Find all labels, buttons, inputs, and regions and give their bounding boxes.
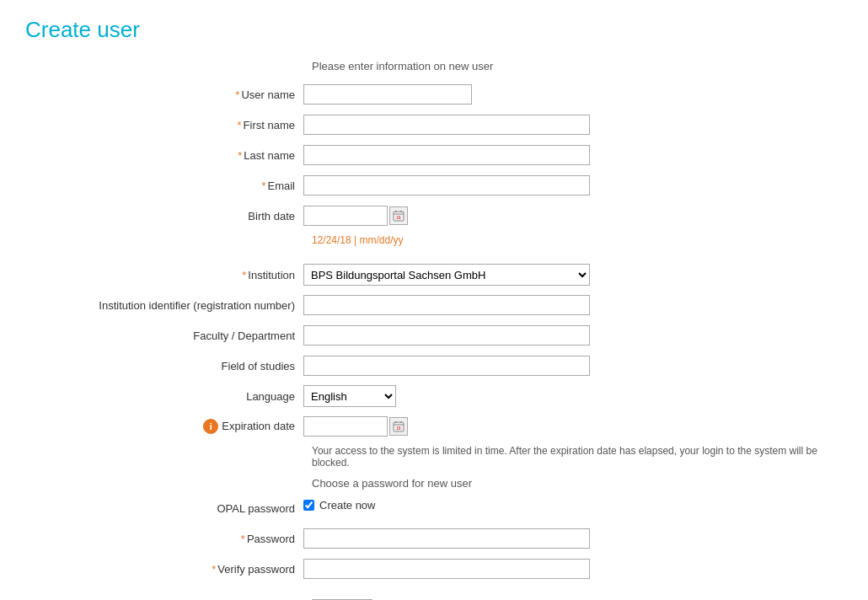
field-of-studies-input[interactable] bbox=[303, 356, 590, 376]
username-row: *User name bbox=[42, 83, 843, 106]
lastname-label: *Last name bbox=[42, 149, 303, 162]
password-label: *Password bbox=[42, 533, 303, 545]
calendar-icon: 16 bbox=[393, 210, 405, 222]
password-input[interactable] bbox=[303, 528, 590, 549]
required-star: * bbox=[241, 533, 245, 545]
language-label: Language bbox=[42, 390, 303, 403]
institution-select[interactable]: BPS Bildungsportal Sachsen GmbH bbox=[303, 264, 590, 286]
create-now-label: Create now bbox=[319, 499, 375, 512]
calendar-icon: 16 bbox=[393, 421, 405, 432]
field-of-studies-label: Field of studies bbox=[42, 360, 303, 372]
password-section-title: Choose a password for new user bbox=[312, 477, 843, 490]
create-user-form: Please enter information on new user *Us… bbox=[42, 60, 843, 600]
page-title: Create user bbox=[25, 17, 843, 43]
username-label: *User name bbox=[42, 88, 303, 101]
required-star: * bbox=[212, 563, 216, 576]
verify-password-row: *Verify password bbox=[42, 557, 843, 581]
birthdate-calendar-button[interactable]: 16 bbox=[389, 206, 408, 225]
language-row: Language EnglishGermanFrenchSpanish bbox=[42, 384, 843, 408]
language-select[interactable]: EnglishGermanFrenchSpanish bbox=[303, 385, 396, 407]
faculty-label: Faculty / Department bbox=[42, 329, 303, 342]
email-label: *Email bbox=[42, 179, 303, 192]
email-input[interactable] bbox=[303, 175, 590, 196]
required-star: * bbox=[261, 179, 265, 192]
faculty-input[interactable] bbox=[303, 325, 590, 346]
svg-text:16: 16 bbox=[396, 426, 401, 431]
date-hint: 12/24/18 | mm/dd/yy bbox=[312, 234, 843, 246]
create-now-checkbox[interactable] bbox=[303, 500, 314, 511]
birthdate-input[interactable] bbox=[303, 206, 388, 226]
firstname-label: *First name bbox=[42, 119, 303, 131]
expiration-calendar-button[interactable]: 16 bbox=[389, 417, 408, 436]
password-row: *Password bbox=[42, 527, 843, 550]
institution-id-row: Institution identifier (registration num… bbox=[42, 293, 843, 317]
username-input[interactable] bbox=[303, 84, 472, 104]
institution-id-label: Institution identifier (registration num… bbox=[42, 299, 303, 312]
verify-password-input[interactable] bbox=[303, 559, 590, 579]
expiration-date-label: iExpiration date bbox=[42, 419, 303, 434]
email-row: *Email bbox=[42, 174, 843, 197]
institution-row: *Institution BPS Bildungsportal Sachsen … bbox=[42, 263, 843, 287]
create-now-row: Create now bbox=[303, 499, 375, 512]
expiration-date-row: iExpiration date 16 bbox=[42, 415, 843, 438]
faculty-row: Faculty / Department bbox=[42, 324, 843, 347]
institution-id-input[interactable] bbox=[303, 295, 590, 315]
expiration-note: Your access to the system is limited in … bbox=[312, 445, 843, 469]
institution-label: *Institution bbox=[42, 269, 303, 281]
required-star: * bbox=[238, 119, 242, 131]
lastname-input[interactable] bbox=[303, 145, 590, 165]
svg-text:16: 16 bbox=[396, 215, 401, 220]
birthdate-row: Birth date 16 bbox=[42, 204, 843, 228]
opal-password-row: OPAL password Create now bbox=[42, 496, 843, 520]
firstname-row: *First name bbox=[42, 113, 843, 137]
info-icon: i bbox=[203, 419, 218, 434]
birthdate-label: Birth date bbox=[42, 210, 303, 222]
lastname-row: *Last name bbox=[42, 143, 843, 167]
required-star: * bbox=[242, 269, 246, 281]
verify-password-label: *Verify password bbox=[42, 563, 303, 576]
firstname-input[interactable] bbox=[303, 115, 590, 135]
required-star: * bbox=[235, 88, 239, 101]
form-instruction: Please enter information on new user bbox=[312, 60, 843, 72]
field-of-studies-row: Field of studies bbox=[42, 354, 843, 378]
required-star: * bbox=[238, 149, 242, 162]
opal-password-label: OPAL password bbox=[42, 502, 303, 515]
expiration-date-input[interactable] bbox=[303, 416, 388, 437]
